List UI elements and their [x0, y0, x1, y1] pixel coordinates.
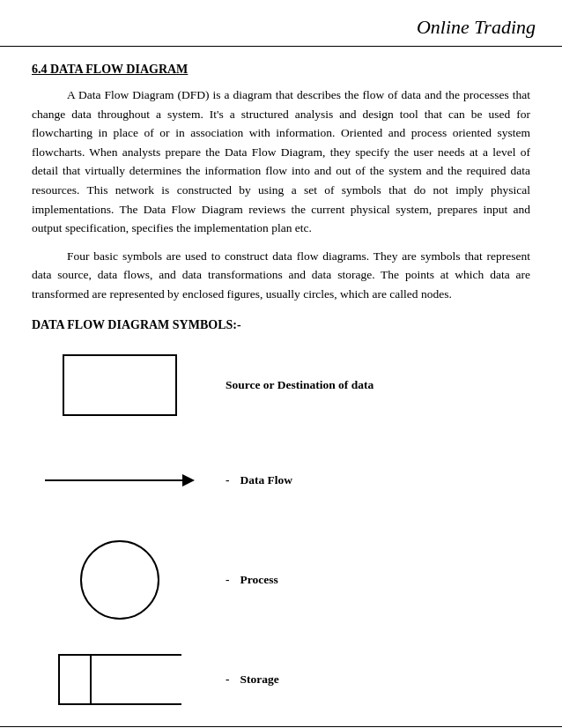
- arrow-dash: -: [226, 473, 230, 487]
- symbol-row-circle: - Process: [32, 540, 530, 620]
- circle-symbol: [80, 540, 159, 620]
- symbol-drawing-circle: [32, 540, 208, 620]
- storage-bottom-line: [92, 703, 181, 705]
- rectangle-label-text: Source or Destination of data: [226, 378, 373, 392]
- storage-top-line: [92, 654, 181, 656]
- storage-left-box: [58, 654, 92, 705]
- content-area: 6.4 DATA FLOW DIAGRAM A Data Flow Diagra…: [0, 47, 562, 728]
- symbol-label-storage: - Storage: [208, 672, 530, 687]
- storage-right-lines: [92, 654, 181, 705]
- symbols-title: DATA FLOW DIAGRAM SYMBOLS:-: [32, 318, 530, 332]
- symbol-row-arrow: - Data Flow: [32, 445, 530, 516]
- arrow-head: [182, 474, 195, 487]
- arrow-symbol: [45, 474, 195, 487]
- symbol-label-rectangle: Source or Destination of data: [208, 378, 530, 392]
- symbol-row-rectangle: Source or Destination of data: [32, 350, 530, 420]
- header-title: Online Trading: [417, 16, 536, 38]
- arrow-line-bar: [45, 479, 182, 481]
- symbol-row-storage: - Storage: [32, 644, 530, 715]
- storage-symbol: [58, 654, 181, 705]
- circle-dash: -: [226, 573, 230, 587]
- symbol-drawing-rectangle: [32, 354, 208, 416]
- symbol-label-circle: - Process: [208, 573, 530, 587]
- paragraph-1: A Data Flow Diagram (DFD) is a diagram t…: [32, 85, 530, 238]
- section-title: 6.4 DATA FLOW DIAGRAM: [32, 63, 530, 77]
- symbol-drawing-storage: [32, 654, 208, 705]
- symbols-container: Source or Destination of data - Data Flo…: [32, 350, 530, 728]
- page-header: Online Trading: [0, 0, 562, 47]
- symbol-label-arrow: - Data Flow: [208, 473, 530, 487]
- arrow-label-text: Data Flow: [240, 473, 293, 487]
- page: Online Trading 6.4 DATA FLOW DIAGRAM A D…: [0, 0, 562, 728]
- storage-dash: -: [226, 672, 230, 687]
- symbol-drawing-arrow: [32, 474, 208, 487]
- rectangle-symbol: [63, 354, 177, 416]
- paragraph-2: Four basic symbols are used to construct…: [32, 247, 530, 304]
- storage-label-text: Storage: [240, 672, 279, 687]
- circle-label-text: Process: [240, 573, 278, 587]
